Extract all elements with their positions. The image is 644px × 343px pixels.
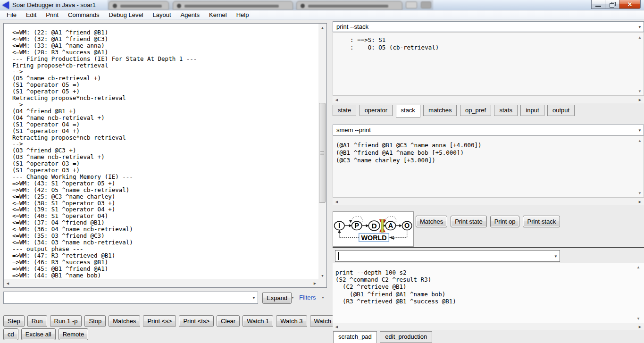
expand-dropdown-icon[interactable]: ▼ [291,296,294,299]
trace-output-panel[interactable]: <=WM: (22: @A1 ^friend @B1) <=WM: (32: @… [3,23,327,288]
menu-agents[interactable]: Agents [176,10,204,19]
scrollbar-thumb[interactable] [319,103,326,203]
scroll-left-icon[interactable]: ◀ [333,96,341,104]
background-browser-tab[interactable] [173,1,293,10]
print-s-button[interactable]: Print <s> [143,315,176,327]
menu-layout[interactable]: Layout [148,10,176,19]
run-button[interactable]: Run [27,315,47,327]
watch-1-button[interactable]: Watch 1 [243,315,273,327]
command-input[interactable]: ▼ [3,292,258,304]
tab-scratch-pad[interactable]: scratch_pad [333,331,377,343]
menu-debug-level[interactable]: Debug Level [104,10,148,19]
tab-matches[interactable]: matches [423,105,457,116]
new-tab-button[interactable] [406,1,417,8]
kernel-matches-button[interactable]: Matches [416,216,447,227]
background-browser-tab[interactable] [296,1,402,10]
stop-button[interactable]: Stop [84,315,106,327]
cd-button[interactable]: cd [3,328,18,340]
stack-horizontal-scrollbar[interactable]: ◀ ▶ [333,96,644,103]
smem-output-text: (@A1 ^friend @B1 @C3 ^name anna [+4.000]… [336,142,482,164]
tab-state[interactable]: state [333,105,356,116]
stack-command-value: print --stack [336,23,368,30]
scroll-left-icon[interactable]: ◀ [333,323,341,331]
tab-stack[interactable]: stack [396,105,420,117]
step-button[interactable]: Step [3,315,25,327]
menu-commands[interactable]: Commands [63,10,104,19]
favicon-icon [113,4,117,8]
blurred-tab-title [120,5,162,8]
minimize-icon [595,6,601,7]
stack-output-area[interactable]: : ==>S: S1 : O: O5 (cb-retrieval) ▲ ▼ [333,32,644,96]
tab-stats[interactable]: stats [494,105,517,116]
tab-input[interactable]: input [520,105,544,116]
scroll-up-icon[interactable]: ▲ [636,265,640,269]
scroll-down-icon[interactable]: ▼ [638,191,642,195]
scratch-output-text: print --depth 100 s2 (S2 ^command C2 ^re… [335,269,456,305]
chevron-down-icon[interactable]: ▼ [638,25,642,29]
node-input: I [338,222,340,229]
scroll-up-icon[interactable]: ▲ [318,24,326,32]
print-ts-button[interactable]: Print <ts> [179,315,214,327]
scroll-up-icon[interactable]: ▲ [638,35,642,40]
scroll-down-icon[interactable]: ▼ [638,89,642,93]
tab-op-pref[interactable]: op_pref [460,105,491,116]
close-button[interactable]: ✕ [619,0,641,9]
chevron-down-icon[interactable]: ▼ [252,296,256,300]
scroll-right-icon[interactable]: ▶ [636,323,644,331]
smem-command-combobox[interactable]: smem --print ▼ [333,125,644,135]
restore-icon [610,2,615,7]
menu-kernel[interactable]: Kernel [204,10,232,19]
matches-button[interactable]: Matches [109,315,140,327]
menu-print[interactable]: Print [41,10,63,19]
stack-panel-tabs: state operator stack matches op_pref sta… [333,105,576,117]
window-title: Soar Debugger in Java - soar1 [12,1,96,8]
print-op-button[interactable]: Print op [490,216,520,227]
chevron-down-icon[interactable]: ▼ [554,254,558,258]
remote-button[interactable]: Remote [59,328,89,340]
trace-vertical-scrollbar[interactable]: ▲ ▼ [318,24,326,280]
scroll-right-icon[interactable]: ▶ [636,96,644,104]
text-cursor [338,252,339,260]
scroll-up-icon[interactable]: ▲ [638,139,642,143]
run-1-p-button[interactable]: Run 1 -p [50,315,82,327]
tab-operator[interactable]: operator [360,105,393,116]
scratch-horizontal-scrollbar[interactable]: ◀ ▶ [333,323,644,330]
scroll-right-icon[interactable]: ▶ [636,198,644,206]
menu-bar: File Edit Print Commands Debug Level Lay… [0,10,644,20]
scratch-panel-tabs: scratch_pad edit_production [333,331,433,343]
minimize-button[interactable] [591,0,605,9]
menu-help[interactable]: Help [232,10,254,19]
chevron-down-icon[interactable]: ▼ [638,128,642,132]
smem-output-area[interactable]: (@A1 ^friend @B1 @C3 ^name anna [+4.000]… [333,135,644,198]
background-browser-tab[interactable] [109,1,169,10]
scroll-right-icon[interactable]: ▶ [311,279,319,287]
trace-horizontal-scrollbar[interactable]: ◀ ▶ [4,279,319,287]
filters-link[interactable]: Filters [299,294,316,301]
scroll-left-icon[interactable]: ◀ [4,279,12,287]
menu-edit[interactable]: Edit [21,10,41,19]
scratch-command-combobox[interactable]: ▼ [335,250,560,262]
restore-button[interactable] [605,0,619,9]
print-state-button[interactable]: Print state [451,216,487,227]
watch-3-button[interactable]: Watch 3 [276,315,307,327]
scratch-output-area[interactable]: print --depth 100 s2 (S2 ^command C2 ^re… [333,263,644,323]
kernel-cycle-diagram: I P D A O WORLD 4 [333,211,414,247]
background-browser-tabs[interactable] [108,0,433,10]
print-stack-button[interactable]: Print stack [523,216,560,227]
scroll-down-icon[interactable]: ▼ [636,317,640,321]
title-bar[interactable]: Soar Debugger in Java - soar1 ✕ [0,0,644,10]
clear-button[interactable]: Clear [217,315,240,327]
node-apply: A [388,222,393,229]
tab-output[interactable]: output [547,105,575,116]
tab-edit-production[interactable]: edit_production [380,331,432,343]
scroll-left-icon[interactable]: ◀ [333,198,341,206]
excise-all-button[interactable]: Excise all [21,328,56,340]
menu-file[interactable]: File [2,10,21,19]
soar-debugger-window: Soar Debugger in Java - soar1 ✕ File Edi… [0,0,644,343]
smem-horizontal-scrollbar[interactable]: ◀ ▶ [333,198,644,205]
favicon-icon [177,4,181,8]
scroll-down-icon[interactable]: ▼ [318,272,326,280]
expand-button[interactable]: Expand [262,292,292,304]
filters-dropdown-icon[interactable]: ▼ [321,296,325,299]
stack-command-combobox[interactable]: print --stack ▼ [333,21,644,32]
